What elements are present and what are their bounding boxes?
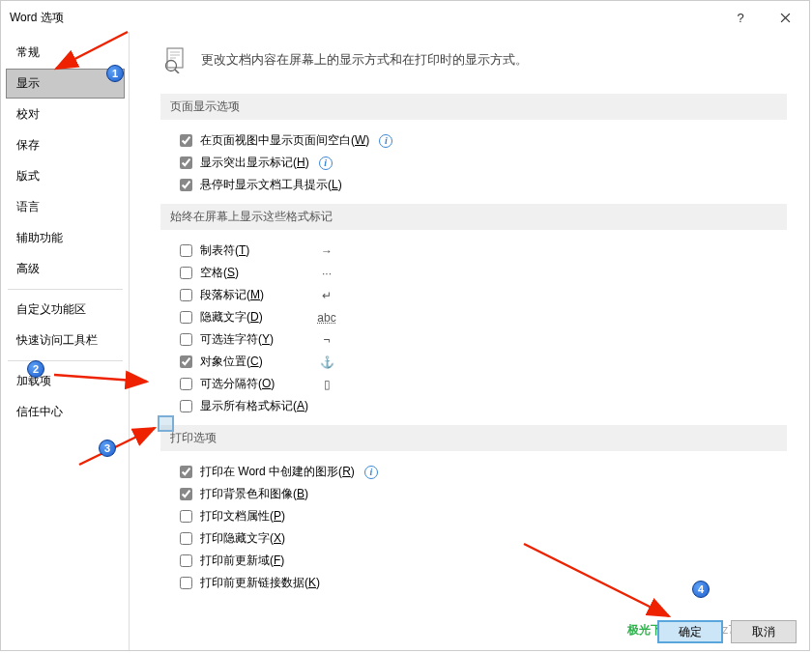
- option-label[interactable]: 可选分隔符(O): [200, 376, 306, 392]
- sidebar-item-2[interactable]: 校对: [6, 99, 125, 129]
- option-row: 显示突出显示标记(H)i: [160, 152, 791, 174]
- option-label[interactable]: 可选连字符(Y): [200, 331, 306, 348]
- option-checkbox[interactable]: [180, 289, 192, 301]
- info-icon[interactable]: i: [319, 156, 333, 170]
- option-row: 打印前更新链接数据(K): [160, 572, 791, 594]
- option-checkbox[interactable]: [180, 333, 192, 346]
- option-checkbox[interactable]: [180, 488, 192, 500]
- option-row: 打印文档属性(P): [160, 505, 791, 527]
- dialog-footer: 确定 取消: [657, 620, 797, 643]
- section-title-format-marks: 始终在屏幕上显示这些格式标记: [160, 204, 787, 230]
- display-page-icon: [160, 45, 189, 74]
- option-row: 显示所有格式标记(A): [160, 395, 791, 417]
- option-checkbox[interactable]: [180, 532, 192, 545]
- option-row: 隐藏文字(D)abc: [160, 306, 791, 328]
- sidebar-item-label: 辅助功能: [16, 231, 63, 244]
- option-row: 在页面视图中显示页面间空白(W)i: [160, 129, 791, 152]
- format-symbol: ···: [314, 267, 339, 280]
- option-row: 可选分隔符(O)▯: [160, 373, 791, 395]
- option-row: 悬停时显示文档工具提示(L): [160, 174, 791, 196]
- content-header-text: 更改文档内容在屏幕上的显示方式和在打印时的显示方式。: [201, 51, 528, 69]
- info-icon[interactable]: i: [379, 134, 392, 148]
- sidebar-item-label: 自定义功能区: [16, 302, 86, 316]
- ok-button[interactable]: 确定: [657, 620, 723, 643]
- option-label[interactable]: 打印前更新链接数据(K): [200, 575, 320, 591]
- sidebar-item-label: 语言: [16, 200, 40, 213]
- option-label[interactable]: 段落标记(M): [200, 287, 306, 303]
- option-label[interactable]: 打印在 Word 中创建的图形(R): [200, 464, 355, 480]
- sidebar-item-6[interactable]: 辅助功能: [6, 223, 125, 253]
- option-row: 制表符(T)→: [160, 240, 791, 262]
- option-row: 打印隐藏文字(X): [160, 527, 791, 550]
- option-label[interactable]: 在页面视图中显示页面间空白(W): [200, 132, 369, 149]
- option-label[interactable]: 隐藏文字(D): [200, 309, 306, 326]
- option-label[interactable]: 显示所有格式标记(A): [200, 398, 308, 414]
- option-label[interactable]: 打印隐藏文字(X): [200, 530, 285, 547]
- option-label[interactable]: 打印文档属性(P): [200, 508, 285, 525]
- format-symbol: ⚓: [314, 355, 339, 369]
- option-row: 打印背景色和图像(B): [160, 483, 791, 505]
- sidebar-item-4[interactable]: 版式: [6, 161, 125, 191]
- option-checkbox[interactable]: [180, 510, 192, 523]
- option-row: 打印在 Word 中创建的图形(R)i: [160, 461, 791, 483]
- section-title-print: 打印选项: [160, 425, 787, 451]
- sidebar-item-label: 加载项: [16, 374, 51, 387]
- option-row: 段落标记(M)↵: [160, 284, 791, 306]
- option-label[interactable]: 制表符(T): [200, 242, 306, 259]
- option-checkbox[interactable]: [180, 577, 192, 589]
- content-pane: 更改文档内容在屏幕上的显示方式和在打印时的显示方式。 页面显示选项 在页面视图中…: [130, 32, 808, 650]
- content-header: 更改文档内容在屏幕上的显示方式和在打印时的显示方式。: [160, 45, 791, 74]
- sidebar-item-3[interactable]: 保存: [6, 130, 125, 160]
- sidebar-item-label: 保存: [16, 138, 40, 152]
- option-checkbox[interactable]: [180, 355, 192, 368]
- option-checkbox[interactable]: [180, 244, 192, 257]
- sidebar-item-10[interactable]: 加载项: [6, 366, 125, 396]
- close-button[interactable]: [762, 3, 808, 32]
- info-icon[interactable]: i: [364, 466, 378, 479]
- option-label[interactable]: 显示突出显示标记(H): [200, 155, 309, 171]
- option-checkbox[interactable]: [180, 400, 192, 412]
- option-checkbox[interactable]: [180, 179, 192, 191]
- sidebar-item-label: 校对: [16, 107, 40, 121]
- option-row: 对象位置(C)⚓: [160, 351, 791, 373]
- sidebar-item-9[interactable]: 快速访问工具栏: [6, 326, 125, 355]
- dialog-title: Word 选项: [10, 10, 719, 26]
- option-checkbox[interactable]: [180, 466, 192, 478]
- sidebar-item-label: 显示: [16, 76, 40, 90]
- sidebar-item-label: 信任中心: [16, 405, 63, 418]
- option-checkbox[interactable]: [180, 267, 192, 279]
- sidebar-item-0[interactable]: 常规: [6, 38, 125, 68]
- sidebar-item-11[interactable]: 信任中心: [6, 397, 125, 427]
- sidebar-item-label: 快速访问工具栏: [16, 333, 98, 347]
- option-row: 空格(S)···: [160, 262, 791, 284]
- sidebar-item-label: 版式: [16, 169, 40, 183]
- option-checkbox[interactable]: [180, 311, 192, 324]
- titlebar: Word 选项 ?: [2, 3, 808, 32]
- option-label[interactable]: 空格(S): [200, 265, 306, 281]
- option-checkbox[interactable]: [180, 378, 192, 390]
- sidebar-item-8[interactable]: 自定义功能区: [6, 295, 125, 325]
- option-checkbox[interactable]: [180, 554, 192, 567]
- option-label[interactable]: 打印前更新域(F): [200, 553, 284, 569]
- sidebar-item-label: 常规: [16, 45, 40, 59]
- option-label[interactable]: 悬停时显示文档工具提示(L): [200, 177, 342, 193]
- format-symbol: ¬: [314, 333, 339, 347]
- option-row: 可选连字符(Y)¬: [160, 328, 791, 351]
- help-button[interactable]: ?: [719, 3, 762, 32]
- option-checkbox[interactable]: [180, 134, 192, 147]
- option-row: 打印前更新域(F): [160, 550, 791, 572]
- cancel-button[interactable]: 取消: [731, 620, 797, 643]
- option-checkbox[interactable]: [180, 156, 192, 169]
- format-symbol: ↵: [314, 289, 339, 302]
- option-label[interactable]: 打印背景色和图像(B): [200, 486, 308, 502]
- format-symbol: abc: [314, 311, 339, 325]
- sidebar-item-label: 高级: [16, 262, 40, 275]
- option-label[interactable]: 对象位置(C): [200, 354, 306, 370]
- svg-line-5: [175, 70, 179, 73]
- sidebar-item-5[interactable]: 语言: [6, 192, 125, 222]
- close-icon: [780, 13, 791, 23]
- format-symbol: →: [314, 244, 339, 258]
- sidebar-item-7[interactable]: 高级: [6, 254, 125, 284]
- format-symbol: ▯: [314, 378, 339, 391]
- sidebar-item-1[interactable]: 显示: [6, 69, 125, 99]
